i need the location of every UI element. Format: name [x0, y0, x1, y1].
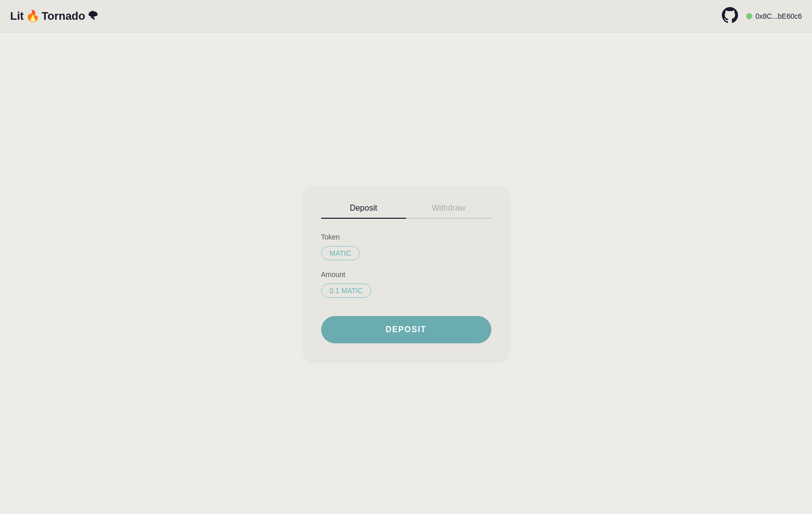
amount-label: Amount: [321, 270, 491, 279]
token-value: MATIC: [330, 249, 352, 257]
token-selector[interactable]: MATIC: [321, 246, 360, 260]
flame-icon: 🔥: [26, 10, 40, 23]
deposit-card: Deposit Withdraw Token MATIC Amount 0.1 …: [305, 187, 508, 360]
app-title-tornado: Tornado: [42, 10, 85, 23]
tabs-container: Deposit Withdraw: [321, 204, 491, 219]
deposit-button[interactable]: DEPOSIT: [321, 316, 491, 343]
wallet-status-dot: [746, 13, 752, 19]
token-field-group: Token MATIC: [321, 233, 491, 260]
header-right: 0x8C...bE60c6: [722, 7, 802, 25]
tab-deposit[interactable]: Deposit: [321, 204, 406, 219]
token-label: Token: [321, 233, 491, 241]
app-title-text: Lit: [10, 10, 24, 23]
app-title: Lit 🔥 Tornado 🌪: [10, 10, 98, 23]
tornado-icon: 🌪: [87, 10, 98, 23]
amount-value: 0.1 MATIC: [330, 287, 363, 295]
amount-field-group: Amount 0.1 MATIC: [321, 270, 491, 298]
github-link[interactable]: [722, 7, 738, 25]
header-left: Lit 🔥 Tornado 🌪: [10, 10, 98, 23]
main-content: Deposit Withdraw Token MATIC Amount 0.1 …: [0, 32, 812, 514]
wallet-badge[interactable]: 0x8C...bE60c6: [746, 12, 802, 20]
wallet-address: 0x8C...bE60c6: [755, 12, 802, 20]
app-header: Lit 🔥 Tornado 🌪 0x8C...bE60c6: [0, 0, 812, 32]
amount-selector[interactable]: 0.1 MATIC: [321, 284, 372, 298]
tab-withdraw[interactable]: Withdraw: [406, 204, 491, 219]
